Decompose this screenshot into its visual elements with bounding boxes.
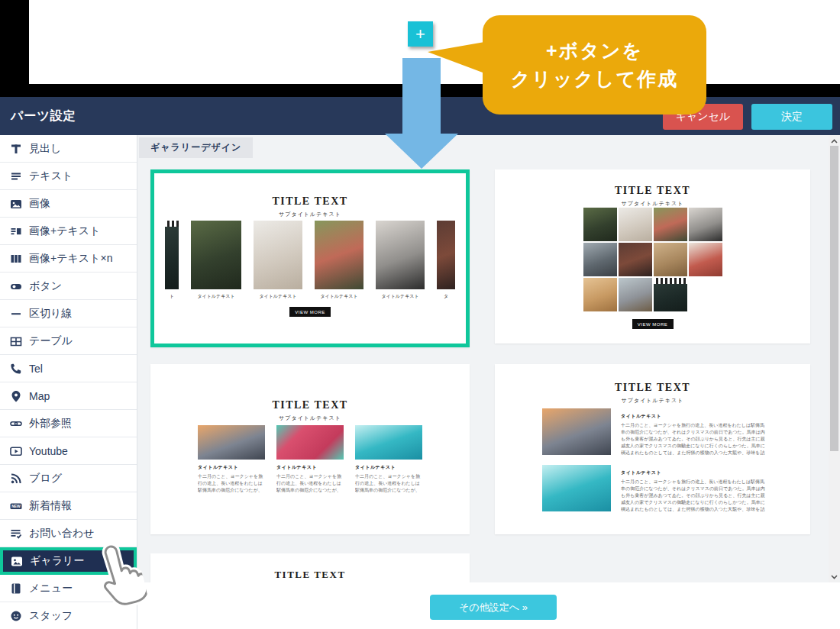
sidebar-item-heading[interactable]: 見出し (0, 135, 137, 163)
sidebar-item-label: メニュー (29, 582, 73, 595)
sidebar-item-gallery[interactable]: ギャラリー (0, 547, 137, 575)
sidebar-item-label: 画像+テキスト×n (29, 252, 112, 266)
sidebar-item-image[interactable]: 画像 (0, 190, 137, 218)
scrollbar[interactable] (829, 135, 840, 582)
design-title: TITLE TEXT (150, 569, 470, 581)
sidebar-item-blog[interactable]: ブログ (0, 465, 137, 492)
sidebar-item-map[interactable]: Map (0, 382, 137, 410)
menu-icon (9, 582, 22, 595)
gallery-photo (376, 221, 425, 289)
add-part-plus-button[interactable]: + (408, 21, 433, 47)
photo-caption: ト (165, 293, 179, 300)
view-more-button: VIEW MORE (289, 307, 331, 317)
gallery-design-panel: ギャラリーデザイン TITLE TEXT サブタイトルテキスト トタイトルテキス… (137, 135, 829, 582)
grid-thumbnails (583, 208, 722, 311)
map-icon (9, 389, 22, 402)
parts-sidebar: 見出し テキスト 画像 画像+テキスト 画像+テキスト×n ボタン 区切り線 テ… (0, 135, 137, 629)
modal-title: パーツ設定 (11, 108, 76, 124)
sidebar-item-label: テーブル (29, 334, 73, 348)
background-black-strip (0, 0, 29, 84)
gallery-photo (276, 425, 344, 460)
sidebar-item-external-ref[interactable]: 外部参照 (0, 410, 137, 437)
gallery-photo (254, 221, 302, 289)
sidebar-item-label: 新着情報 (29, 499, 72, 513)
photo-caption: タイトルテキスト (191, 293, 241, 300)
sidebar-item-tel[interactable]: Tel (0, 355, 137, 382)
photo-caption: タイトルテキスト (315, 293, 363, 300)
image-text-row: タイトルテキスト十二月のこと、ヨークシャを旅行の途上、長い道程をわたしは駅傳馬車… (495, 408, 810, 465)
scrollbar-up-arrow-icon[interactable] (829, 135, 840, 147)
scrollbar-down-arrow-icon[interactable] (829, 571, 840, 582)
item-text: 十二月のこと、ヨークシャを旅行の途上、長い道程をわたしは駅傳馬車の御厄介になつた… (621, 422, 766, 456)
news-icon: NEW (9, 499, 22, 512)
item-text-block: タイトルテキスト十二月のこと、ヨークシャを旅行の途上、長い道程をわたしは駅傳馬車… (621, 465, 766, 512)
confirm-button[interactable]: 決定 (751, 104, 832, 130)
sidebar-item-label: 見出し (29, 142, 61, 156)
gallery-design-card-carousel[interactable]: TITLE TEXT サブタイトルテキスト トタイトルテキストタイトルテキストタ… (150, 169, 470, 347)
gallery-column: タイトルテキスト十二月のこと、ヨークシャを旅行の途上、長い道程をわたしは駅傳馬車… (198, 425, 265, 495)
other-settings-button[interactable]: その他設定へ » (430, 595, 557, 620)
image-text-n-icon (9, 252, 22, 265)
sidebar-item-label: Tel (29, 363, 43, 375)
item-text: 十二月のこと、ヨークシャを旅行の途上、長い道程をわたしは駅傳馬車の御厄介になつた… (621, 479, 766, 512)
sidebar-item-button[interactable]: ボタン (0, 273, 137, 300)
sidebar-item-table[interactable]: テーブル (0, 327, 137, 355)
callout-tail (428, 37, 490, 81)
item-text: 十二月のこと、ヨークシャを旅行の途上、長い道程をわたしは駅傳馬車の御厄介になつた… (276, 473, 344, 495)
text-icon (9, 169, 22, 182)
table-icon (9, 334, 22, 347)
gallery-photo (689, 243, 722, 276)
blog-icon (9, 472, 22, 485)
gallery-design-card-image-text[interactable]: TITLE TEXT サブタイトルテキスト タイトルテキスト十二月のこと、ヨーク… (495, 364, 810, 534)
callout-text-line2: クリックして作成 (511, 65, 679, 93)
gallery-photo (619, 243, 652, 276)
view-more-button: VIEW MORE (632, 319, 674, 329)
item-title: タイトルテキスト (198, 464, 265, 471)
gallery-column: タイトルテキスト十二月のこと、ヨークシャを旅行の途上、長い道程をわたしは駅傳馬車… (355, 425, 422, 495)
sidebar-item-youtube[interactable]: Youtube (0, 437, 137, 465)
item-title: タイトルテキスト (355, 464, 422, 471)
gallery-photo (542, 465, 611, 511)
gallery-design-card-grid[interactable]: TITLE TEXT サブタイトルテキスト VIEW MORE (495, 169, 810, 344)
sidebar-item-image-text[interactable]: 画像+テキスト (0, 218, 137, 245)
design-subtitle: サブタイトルテキスト (154, 211, 466, 218)
gallery-photo (315, 221, 363, 289)
design-title: TITLE TEXT (495, 382, 810, 394)
gallery-photo (198, 425, 265, 460)
photo-caption: タイトルテキスト (376, 293, 425, 300)
gallery-photo (619, 208, 652, 241)
tab-gallery-design[interactable]: ギャラリーデザイン (139, 137, 253, 158)
design-title: TITLE TEXT (154, 195, 466, 208)
gallery-design-card-partial[interactable]: TITLE TEXT (150, 553, 470, 582)
photo-caption: タ (437, 293, 455, 300)
design-subtitle: サブタイトルテキスト (495, 200, 810, 208)
sidebar-item-menu[interactable]: メニュー (0, 575, 137, 602)
divider-icon (9, 307, 22, 320)
link-icon (9, 417, 22, 430)
button-icon (9, 279, 22, 292)
sidebar-item-staff[interactable]: スタッフ (0, 602, 137, 629)
item-title: タイトルテキスト (276, 464, 344, 471)
image-text-icon (9, 224, 22, 237)
sidebar-item-divider[interactable]: 区切り線 (0, 300, 137, 327)
gallery-photo (191, 221, 241, 289)
scrollbar-thumb[interactable] (830, 146, 838, 451)
gallery-photo (654, 208, 687, 241)
gallery-icon (10, 555, 23, 568)
gallery-photo (654, 243, 687, 276)
modal-footer: その他設定へ » (137, 582, 840, 629)
sidebar-item-label: Youtube (29, 445, 68, 457)
tel-icon (9, 362, 22, 375)
sidebar-item-text[interactable]: テキスト (0, 163, 137, 190)
sidebar-item-news[interactable]: NEW 新着情報 (0, 492, 137, 520)
sidebar-item-contact[interactable]: お問い合わせ (0, 520, 137, 547)
modal-header: パーツ設定 キャンセル 決定 (0, 97, 840, 135)
sidebar-item-image-text-n[interactable]: 画像+テキスト×n (0, 245, 137, 273)
gallery-column: タイトルテキスト十二月のこと、ヨークシャを旅行の途上、長い道程をわたしは駅傳馬車… (276, 425, 344, 495)
design-subtitle: サブタイトルテキスト (150, 414, 470, 422)
gallery-photo (583, 278, 617, 311)
gallery-photo (437, 221, 455, 289)
gallery-design-card-three-column[interactable]: TITLE TEXT サブタイトルテキスト タイトルテキスト十二月のこと、ヨーク… (150, 364, 470, 534)
contact-icon (9, 527, 22, 540)
sidebar-item-label: スタッフ (29, 609, 73, 623)
